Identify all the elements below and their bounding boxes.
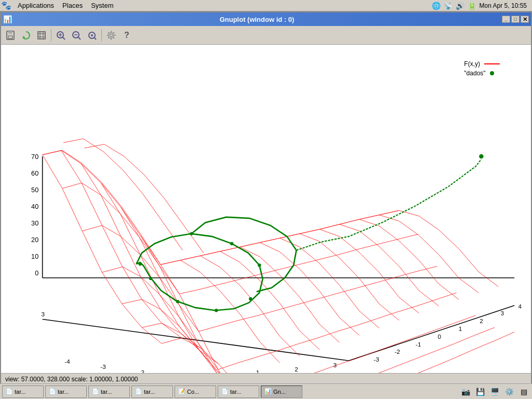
data-point-2 [230,242,233,245]
taskbar-label-6: Gn... [273,389,286,395]
network-icon: 🌐 [432,2,441,10]
svg-rect-2 [8,36,12,38]
status-text: view: 57.0000, 328.000 scale: 1.00000, 1… [5,376,138,383]
x-front-label-n1: -1 [178,371,183,373]
clock: Mon Apr 5, 10:55 [480,2,527,9]
legend-line-red [484,63,500,64]
menu-applications[interactable]: Applications [14,1,58,10]
svg-point-18 [91,34,93,36]
x-right-label-0: 0 [437,333,441,340]
x-front-label-n2: -2 [139,369,144,373]
svg-line-10 [62,37,65,39]
taskbar-right: 📷 💾 🖥️ ⚙️ ▤ [459,385,530,398]
legend-dot-green [490,71,494,75]
taskbar-item-0[interactable]: 📄 tar... [2,385,44,398]
gnuplot-window: 📊 Gnuplot (window id : 0) _ □ ✕ [0,11,532,385]
legend-label-fx: F(x,y) [464,60,480,68]
svg-line-14 [78,37,81,39]
x-front-label-2: 2 [295,366,298,373]
taskbar-label-1: tar... [58,389,69,395]
taskbar-label-0: tar... [15,389,25,395]
y-label-40: 40 [31,203,38,210]
close-button[interactable]: ✕ [521,16,529,23]
svg-marker-3 [22,36,25,38]
x-right-label-4: 4 [518,303,522,310]
data-point-6 [176,300,179,303]
x-right-label-n2: -2 [395,348,400,355]
svg-line-17 [94,37,96,39]
status-bar: view: 57.0000, 328.000 scale: 1.00000, 1… [1,373,531,384]
data-point-far [479,154,484,159]
taskbar-item-1[interactable]: 📄 tar... [45,385,87,398]
taskbar-item-4[interactable]: 📝 Co... [175,385,216,398]
bluetooth-icon: 📡 [444,2,453,10]
taskbar-settings-btn[interactable]: ⚙️ [503,385,515,398]
system-tray: 🌐 📡 🔊 🔋 Mon Apr 5, 10:55 [432,2,531,10]
x-front-label-n4: -4 [64,358,70,365]
x-right-label-n3: -3 [374,356,379,363]
help-button[interactable]: ? [119,28,134,43]
x-front-label-3: 3 [334,362,337,368]
grid-button[interactable] [34,28,49,43]
data-point-7 [149,277,152,280]
legend: F(x,y) "dados" [464,60,500,79]
battery-icon: 🔋 [468,2,476,10]
settings-button[interactable] [104,28,118,43]
taskbar-panel-btn[interactable]: ▤ [517,385,530,398]
x-front-label-n3: -3 [100,363,105,370]
toolbar-separator-1 [51,29,51,42]
taskbar-display-btn[interactable]: 🖥️ [488,385,501,398]
taskbar-icon-5: 📄 [221,388,229,395]
taskbar-icon-4: 📝 [178,388,185,395]
plot-area: 0 10 20 30 40 50 60 70 -4 -3 -2 -1 0 1 2… [1,45,531,373]
y-label-30: 30 [31,219,38,227]
taskbar-label-2: tar... [101,389,112,395]
green-data-curve [136,154,483,312]
taskbar-label-5: tar... [230,389,241,395]
legend-item-fx: F(x,y) [464,60,500,68]
refresh-button[interactable] [19,28,33,43]
y-label-0: 0 [35,269,38,277]
menu-logo: 🐾 [1,1,11,10]
taskbar-item-3[interactable]: 📄 tar... [131,385,173,398]
window-controls: _ □ ✕ [502,16,531,23]
taskbar-icon-3: 📄 [135,388,142,395]
taskbar-icon-2: 📄 [92,388,99,395]
surface-mesh [43,139,514,373]
y-label-60: 60 [31,169,38,177]
x-right-label-3: 3 [501,310,504,316]
maximize-button[interactable]: □ [511,16,520,23]
x-right-label-2: 2 [480,317,483,324]
x-right-label-n1: -1 [416,341,421,348]
taskbar-label-4: Co... [187,389,199,395]
y-label-10: 10 [31,252,38,260]
legend-item-dados: "dados" [464,70,500,77]
taskbar-item-6[interactable]: 📊 Gn... [261,385,302,398]
taskbar-icon-0: 📄 [6,388,13,395]
plot-canvas: 0 10 20 30 40 50 60 70 -4 -3 -2 -1 0 1 2… [1,45,531,373]
data-point-5 [215,309,218,312]
save-button[interactable] [3,28,18,43]
taskbar-screenshot-btn[interactable]: 📷 [459,385,472,398]
fit-button[interactable] [85,28,99,43]
y-label-20: 20 [31,236,38,244]
svg-point-19 [110,34,113,36]
y-axis-label-3: 3 [42,311,45,317]
taskbar: 📄 tar... 📄 tar... 📄 tar... 📄 tar... 📝 Co… [0,383,532,399]
data-point-4 [249,297,252,300]
svg-rect-8 [38,32,45,39]
window-title: Gnuplot (window id : 0) [12,16,502,23]
minimize-button[interactable]: _ [502,16,510,23]
data-point-3 [258,263,261,267]
zoom-out-button[interactable] [69,28,84,43]
taskbar-icon-1: 📄 [49,388,56,395]
zoom-in-button[interactable] [54,28,68,43]
y-label-70: 70 [31,153,38,161]
menu-system[interactable]: System [87,1,117,10]
x-front-label-1: 1 [256,369,259,373]
title-icon: 📊 [1,15,12,23]
taskbar-item-5[interactable]: 📄 tar... [218,385,259,398]
taskbar-record-btn[interactable]: 💾 [474,385,486,398]
taskbar-item-2[interactable]: 📄 tar... [88,385,130,398]
menu-places[interactable]: Places [58,1,87,10]
